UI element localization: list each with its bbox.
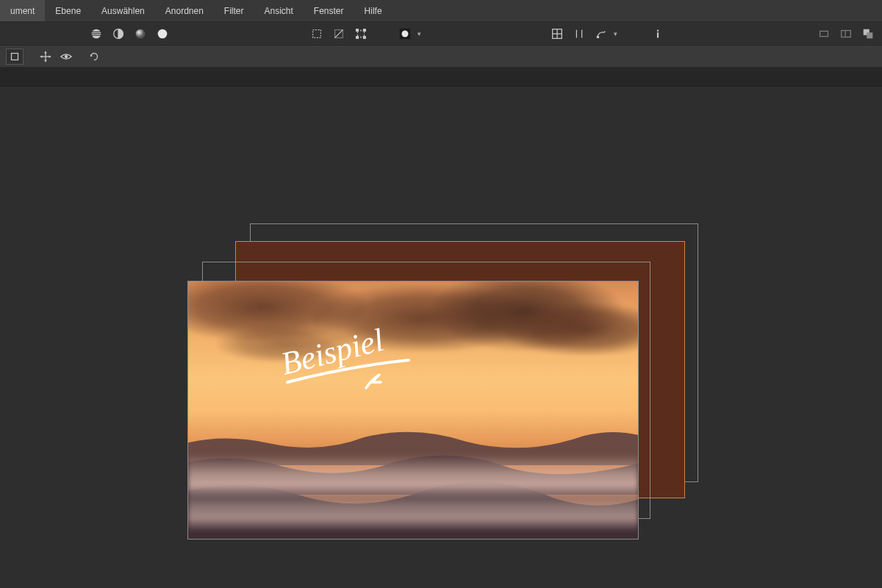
- menu-help[interactable]: Hilfe: [354, 0, 392, 21]
- svg-rect-12: [364, 29, 366, 31]
- menu-select[interactable]: Auswählen: [91, 0, 155, 21]
- svg-point-16: [402, 30, 409, 37]
- levels-icon[interactable]: [87, 24, 106, 43]
- toolbar-group-contrast: [85, 24, 173, 43]
- menu-filter[interactable]: Filter: [214, 0, 254, 21]
- chevron-down-icon[interactable]: ▾: [417, 30, 421, 37]
- toolbar-group-selection: [306, 24, 372, 43]
- info-icon[interactable]: [648, 24, 667, 43]
- document-tab-strip: [0, 68, 882, 87]
- svg-rect-7: [313, 29, 321, 37]
- toolbar-main: ▾ ▾: [0, 22, 882, 46]
- photo-cloud: [218, 326, 350, 362]
- menu-bar: ument Ebene Auswählen Anordnen Filter An…: [0, 0, 882, 22]
- crosshair-move-icon[interactable]: [37, 49, 54, 65]
- gradient-circle-icon[interactable]: [131, 24, 150, 43]
- mask-brush-icon[interactable]: [592, 24, 611, 43]
- menu-layer[interactable]: Ebene: [45, 0, 91, 21]
- svg-point-5: [136, 29, 146, 38]
- svg-rect-23: [657, 29, 659, 31]
- menu-window[interactable]: Fenster: [304, 0, 354, 21]
- svg-rect-29: [867, 32, 872, 38]
- marquee-handles-icon[interactable]: [351, 24, 370, 43]
- toolbar-group-vignette: ▾: [394, 24, 421, 43]
- white-circle-icon[interactable]: [153, 24, 172, 43]
- arrange-icon[interactable]: [858, 24, 878, 43]
- workspace[interactable]: Beispiel: [0, 87, 882, 588]
- svg-rect-1: [92, 33, 101, 34]
- svg-rect-26: [842, 30, 851, 37]
- grid-icon[interactable]: [548, 24, 567, 43]
- svg-rect-2: [92, 31, 101, 32]
- collapse-icon[interactable]: [814, 24, 833, 43]
- line-diagonal-icon[interactable]: [329, 24, 348, 43]
- marquee-icon[interactable]: [307, 24, 326, 43]
- svg-rect-13: [356, 36, 359, 38]
- split-icon[interactable]: [570, 24, 589, 43]
- menu-view[interactable]: Ansicht: [254, 0, 304, 21]
- svg-rect-3: [92, 35, 101, 35]
- svg-line-9: [335, 29, 343, 37]
- svg-rect-30: [12, 53, 18, 60]
- svg-point-22: [597, 35, 600, 38]
- svg-rect-24: [657, 32, 659, 37]
- layer-photo-sunset[interactable]: Beispiel: [187, 281, 639, 539]
- toolbar-group-info: [647, 24, 669, 43]
- expand-box-icon[interactable]: [6, 49, 24, 65]
- photo-fog: [188, 487, 638, 531]
- svg-rect-14: [364, 36, 366, 38]
- eye-icon[interactable]: [57, 49, 75, 65]
- chevron-down-icon[interactable]: ▾: [614, 30, 617, 37]
- menu-document[interactable]: ument: [0, 0, 45, 21]
- toolbar-group-right: [813, 24, 879, 43]
- svg-rect-11: [356, 29, 359, 31]
- photo-cloud: [504, 304, 639, 355]
- panel-icon[interactable]: [836, 24, 856, 43]
- svg-rect-25: [820, 31, 828, 36]
- vignette-icon[interactable]: [395, 24, 415, 43]
- toolbar-group-align: ▾: [546, 24, 617, 43]
- rotate-icon[interactable]: [85, 49, 103, 65]
- half-contrast-icon[interactable]: [109, 24, 128, 43]
- menu-arrange[interactable]: Anordnen: [155, 0, 214, 21]
- toolbar-secondary: [0, 46, 882, 68]
- svg-point-33: [65, 54, 68, 57]
- svg-point-6: [158, 29, 168, 38]
